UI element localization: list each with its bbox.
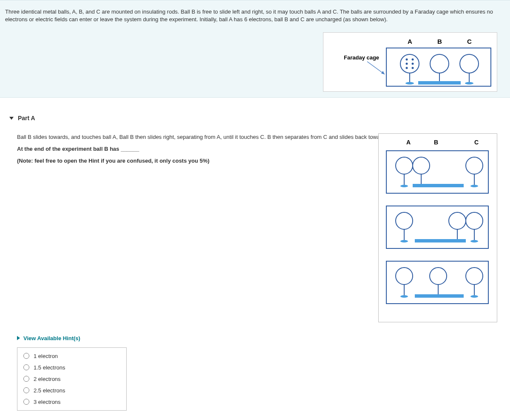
option-3[interactable]: 2 electrons xyxy=(17,373,126,385)
option-1[interactable]: 1 electron xyxy=(17,350,126,362)
intro-section: Three identical metal balls, A, B, and C… xyxy=(0,0,510,98)
svg-point-45 xyxy=(466,268,483,285)
svg-rect-34 xyxy=(415,239,466,242)
answer-options: 1 electron 1.5 electrons 2 electrons 2.5… xyxy=(17,347,127,411)
svg-point-22 xyxy=(413,157,430,174)
part-a-header[interactable]: Part A xyxy=(9,115,505,121)
svg-point-47 xyxy=(470,295,478,298)
option-4-radio[interactable] xyxy=(23,387,29,393)
ball-label-a: A xyxy=(408,38,412,45)
seq-label-c: C xyxy=(474,139,479,146)
svg-point-6 xyxy=(406,63,408,65)
svg-rect-44 xyxy=(415,294,464,298)
side-figure: A B C xyxy=(378,133,497,322)
svg-point-7 xyxy=(412,63,414,65)
ball-label-b: B xyxy=(437,38,442,45)
option-3-radio[interactable] xyxy=(23,376,29,382)
sequence-diagram: A B C xyxy=(383,138,492,316)
svg-point-35 xyxy=(466,212,483,229)
svg-point-19 xyxy=(396,157,413,174)
svg-point-41 xyxy=(400,295,408,298)
svg-point-14 xyxy=(460,54,479,73)
svg-point-3 xyxy=(400,54,419,73)
svg-point-4 xyxy=(406,59,408,61)
option-4[interactable]: 2.5 electrons xyxy=(17,385,126,396)
option-1-radio[interactable] xyxy=(23,353,29,359)
faraday-label: Faraday cage xyxy=(344,54,379,61)
seq-label-a: A xyxy=(406,139,411,146)
svg-rect-24 xyxy=(413,184,464,187)
intro-figure: Faraday cage A B C xyxy=(323,32,497,92)
svg-point-39 xyxy=(396,268,413,285)
svg-point-29 xyxy=(396,212,413,229)
chevron-down-icon xyxy=(9,117,14,120)
faraday-diagram: Faraday cage A B C xyxy=(327,36,494,89)
part-a-body: Ball B slides towards, and touches ball … xyxy=(9,133,505,411)
svg-point-31 xyxy=(400,240,408,242)
svg-marker-1 xyxy=(381,71,385,74)
intro-text: Three identical metal balls, A, B, and C… xyxy=(5,8,505,23)
svg-point-5 xyxy=(412,59,414,61)
svg-point-25 xyxy=(466,157,483,174)
svg-point-9 xyxy=(412,67,414,69)
ball-label-c: C xyxy=(467,38,472,45)
option-2-radio[interactable] xyxy=(23,364,29,370)
option-2[interactable]: 1.5 electrons xyxy=(17,362,126,373)
seq-label-b: B xyxy=(434,139,438,146)
svg-point-21 xyxy=(400,185,408,187)
svg-point-42 xyxy=(430,268,447,285)
svg-rect-17 xyxy=(418,81,461,85)
svg-point-12 xyxy=(430,54,449,73)
svg-rect-2 xyxy=(386,48,491,86)
svg-point-11 xyxy=(405,82,414,85)
svg-point-37 xyxy=(470,240,478,242)
chevron-right-icon xyxy=(17,336,20,340)
part-a-section: Part A Ball B slides towards, and touche… xyxy=(0,98,510,419)
svg-point-8 xyxy=(406,67,408,69)
part-a-title: Part A xyxy=(18,115,35,121)
svg-point-16 xyxy=(465,82,473,85)
svg-point-27 xyxy=(470,185,478,187)
view-hints-link[interactable]: View Available Hint(s) xyxy=(17,335,505,341)
svg-point-32 xyxy=(449,212,466,229)
option-5-radio[interactable] xyxy=(23,399,29,405)
option-5[interactable]: 3 electrons xyxy=(17,396,126,408)
